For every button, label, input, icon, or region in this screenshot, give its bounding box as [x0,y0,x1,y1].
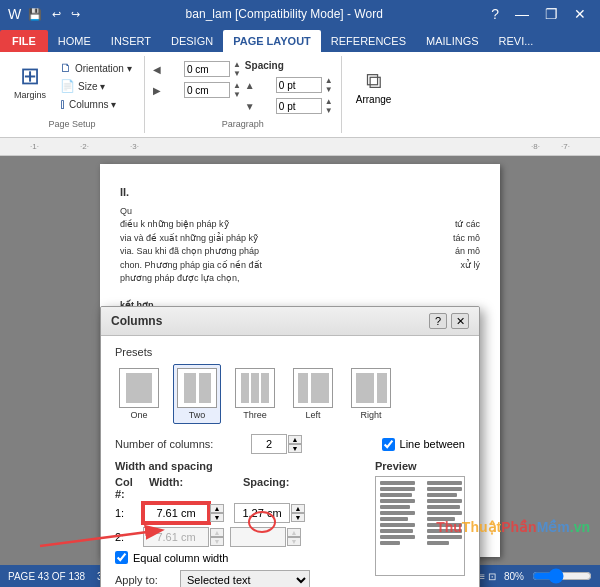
col2-width-input[interactable] [143,527,209,547]
indent-right-up[interactable]: ▲ [233,81,241,90]
indent-right-down[interactable]: ▼ [233,90,241,99]
tab-review[interactable]: REVI... [489,30,544,52]
margins-icon: ⊞ [20,64,40,88]
page-setup-col: 🗋 Orientation ▾ 📄 Size ▾ ⫿ Columns ▾ [56,60,136,112]
orientation-btn[interactable]: 🗋 Orientation ▾ [56,60,136,76]
preset-right-icon [351,368,391,408]
page-info: PAGE 43 OF 138 [8,571,85,582]
close-btn[interactable]: ✕ [568,4,592,24]
dialog-close-btn[interactable]: ✕ [451,313,469,329]
columns-label: Columns ▾ [69,99,116,110]
orientation-arrow: ▾ [127,63,132,74]
line-between-label: Line between [400,438,465,450]
tab-home[interactable]: HOME [48,30,101,52]
left-content: Width and spacing Col #: Width: Spacing:… [115,460,357,587]
col1-spacing-up[interactable]: ▲ [291,504,305,513]
col2-width-down[interactable]: ▼ [210,537,224,546]
tab-design[interactable]: DESIGN [161,30,223,52]
preview-box [375,476,465,576]
restore-btn[interactable]: ❐ [539,4,564,24]
apply-select[interactable]: Selected text [180,570,310,587]
equal-col-checkbox[interactable] [115,551,128,564]
preset-three-label: Three [243,410,267,420]
size-btn[interactable]: 📄 Size ▾ [56,78,136,94]
num-cols-label: Number of columns: [115,438,245,450]
indent-right-row: ▶ 0 cm ▲ ▼ [153,81,241,99]
watermark-mem: Mềm [537,519,570,535]
page-setup-label: Page Setup [48,115,95,129]
preset-three-icon [235,368,275,408]
ribbon-content: ⊞ Margins 🗋 Orientation ▾ 📄 Size ▾ [0,52,600,138]
col-num-header: Col #: [115,476,145,500]
preset-left[interactable]: Left [289,364,337,424]
col2-row: 2: ▲ ▼ ▲ ▼ [115,527,357,547]
columns-btn[interactable]: ⫿ Columns ▾ [56,96,136,112]
indent-left-down[interactable]: ▼ [233,69,241,78]
zoom-slider[interactable] [532,568,592,584]
redo-btn[interactable]: ↪ [68,6,83,23]
num-cols-down[interactable]: ▼ [288,444,302,453]
indent-right-label: ▶ [153,85,181,96]
help-btn[interactable]: ? [485,4,505,24]
save-quick-btn[interactable]: 💾 [25,6,45,23]
preset-right[interactable]: Right [347,364,395,424]
preset-two[interactable]: Two [173,364,221,424]
spacing-after-input[interactable]: 0 pt [276,98,322,114]
col-one-shape [126,373,152,403]
col2-spacing-down[interactable]: ▼ [287,537,301,546]
ribbon-group-paragraph: ◀ 0 cm ▲ ▼ ▶ 0 cm [145,56,342,133]
indent-left-input[interactable]: 0 cm [184,61,230,77]
spacing-after-up[interactable]: ▲ [325,97,333,106]
tab-mailings[interactable]: MAILINGS [416,30,489,52]
num-cols-input[interactable] [251,434,287,454]
col1-spacing-input[interactable] [234,503,290,523]
undo-btn[interactable]: ↩ [49,6,64,23]
spacing-before-down[interactable]: ▼ [325,85,333,94]
margins-btn[interactable]: ⊞ Margins [8,60,52,104]
col1-width-input[interactable] [143,503,209,523]
indent-right-input[interactable]: 0 cm [184,82,230,98]
num-cols-up[interactable]: ▲ [288,435,302,444]
zoom-level: 80% [504,571,524,582]
title-bar-left: W 💾 ↩ ↪ [8,6,83,23]
col2-spacing-up[interactable]: ▲ [287,528,301,537]
col2-spacing-input[interactable] [230,527,286,547]
tab-file[interactable]: FILE [0,30,48,52]
doc-heading: II. [120,184,480,201]
preset-two-label: Two [189,410,206,420]
col-left-shape [298,373,329,403]
spacing-before-input[interactable]: 0 pt [276,77,322,93]
paragraph-label: Paragraph [222,115,264,129]
dialog-help-btn[interactable]: ? [429,313,447,329]
preset-three[interactable]: Three [231,364,279,424]
col1-width-spinner: ▲ ▼ [210,504,224,522]
minimize-btn[interactable]: — [509,4,535,24]
indent-left-up[interactable]: ▲ [233,60,241,69]
tab-insert[interactable]: INSERT [101,30,161,52]
col1-width-up[interactable]: ▲ [210,504,224,513]
indent-left-label: ◀ [153,64,181,75]
main-content: Width and spacing Col #: Width: Spacing:… [115,460,465,587]
size-label: Size [78,81,97,92]
page-setup-items: ⊞ Margins 🗋 Orientation ▾ 📄 Size ▾ [8,60,136,115]
spacing-after-down[interactable]: ▼ [325,106,333,115]
ws-header: Width and spacing [115,460,357,472]
col1-width-down[interactable]: ▼ [210,513,224,522]
presets-label: Presets [115,346,465,358]
spacing-header: Spacing [245,60,284,73]
margins-label: Margins [14,90,46,100]
tab-references[interactable]: REFERENCES [321,30,416,52]
col2-num: 2: [115,531,143,543]
ribbon-group-page-setup: ⊞ Margins 🗋 Orientation ▾ 📄 Size ▾ [0,56,145,133]
arrange-btn[interactable]: ⧉ Arrange [350,60,398,113]
col2-width-up[interactable]: ▲ [210,528,224,537]
preset-one[interactable]: One [115,364,163,424]
tab-page-layout[interactable]: PAGE LAYOUT [223,30,321,52]
line-between-checkbox[interactable] [382,438,395,451]
spacing-before-up[interactable]: ▲ [325,76,333,85]
window-title: ban_lam [Compatibility Mode] - Word [83,7,485,21]
indent-group: ◀ 0 cm ▲ ▼ ▶ 0 cm [153,60,241,99]
col1-spacing-down[interactable]: ▼ [291,513,305,522]
dialog-title: Columns [111,314,162,328]
watermark-phan: Phần [501,519,536,535]
